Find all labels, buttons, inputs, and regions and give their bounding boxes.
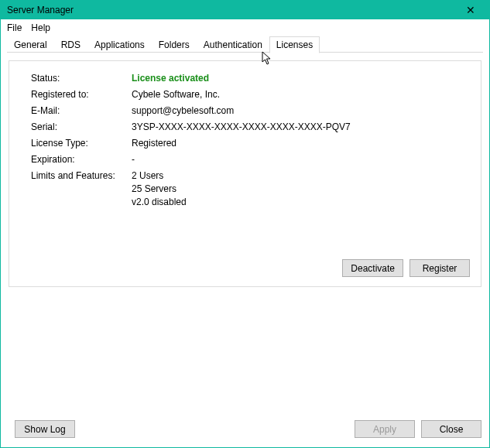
tab-rds[interactable]: RDS: [54, 36, 87, 53]
close-button[interactable]: Close: [421, 420, 481, 438]
tab-bar: General RDS Applications Folders Authent…: [1, 36, 489, 53]
value-limits: 2 Users 25 Servers v2.0 disabled: [132, 169, 187, 209]
tab-folders[interactable]: Folders: [152, 36, 197, 53]
tab-baseline: [7, 52, 483, 53]
apply-button: Apply: [355, 420, 415, 438]
label-status: Status:: [31, 72, 132, 85]
menubar: File Help: [1, 19, 489, 36]
value-status: License activated: [132, 72, 209, 85]
label-expiration: Expiration:: [31, 153, 132, 166]
close-icon[interactable]: ✕: [457, 4, 485, 16]
label-limits: Limits and Features:: [31, 169, 132, 209]
value-registered-to: Cybele Software, Inc.: [132, 88, 220, 101]
tab-licenses[interactable]: Licenses: [269, 36, 320, 53]
label-license-type: License Type:: [31, 137, 132, 150]
server-manager-window: Server Manager ✕ File Help General RDS A…: [0, 0, 490, 448]
footer: Show Log Apply Close: [1, 416, 489, 447]
label-registered-to: Registered to:: [31, 88, 132, 101]
value-expiration: -: [132, 153, 135, 166]
menu-file[interactable]: File: [7, 22, 22, 33]
value-email: support@cybelesoft.com: [132, 104, 234, 118]
content-area: Status: License activated Registered to:…: [1, 53, 489, 416]
tab-general[interactable]: General: [7, 36, 54, 53]
show-log-button[interactable]: Show Log: [15, 420, 75, 438]
value-limits-servers: 25 Servers: [132, 183, 187, 196]
tab-authentication[interactable]: Authentication: [197, 36, 269, 53]
license-panel: Status: License activated Registered to:…: [9, 60, 481, 287]
window-title: Server Manager: [7, 5, 457, 15]
panel-button-row: Deactivate Register: [342, 259, 470, 277]
deactivate-button[interactable]: Deactivate: [342, 259, 403, 277]
value-limits-users: 2 Users: [132, 169, 187, 183]
titlebar: Server Manager ✕: [1, 1, 489, 19]
value-serial: 3YSP-XXXX-XXXX-XXXX-XXXX-XXXX-XXXX-PQV7: [132, 121, 351, 134]
label-email: E-Mail:: [31, 104, 132, 118]
value-limits-v2: v2.0 disabled: [132, 196, 187, 209]
register-button[interactable]: Register: [409, 259, 470, 277]
value-license-type: Registered: [132, 137, 176, 150]
tab-applications[interactable]: Applications: [87, 36, 152, 53]
menu-help[interactable]: Help: [31, 22, 50, 33]
label-serial: Serial:: [31, 121, 132, 134]
